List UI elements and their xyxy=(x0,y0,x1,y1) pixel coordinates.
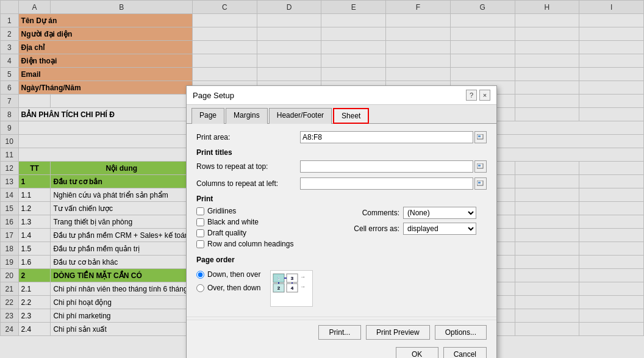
print-checkboxes: Gridlines Black and white Draft quality … xyxy=(196,207,338,251)
print-section: Gridlines Black and white Draft quality … xyxy=(196,207,487,251)
down-then-over-radio[interactable] xyxy=(196,271,204,279)
gridlines-checkbox[interactable] xyxy=(196,207,204,215)
comments-select[interactable]: (None) xyxy=(403,207,476,219)
dialog-footer-top: Print... Print Preview Options... xyxy=(187,320,496,347)
cell-errors-select[interactable]: displayed xyxy=(403,223,476,235)
rows-repeat-icon-btn[interactable] xyxy=(474,160,487,173)
print-right-options: Comments: (None) Cell errors as: display… xyxy=(338,207,487,251)
svg-text:3: 3 xyxy=(291,276,294,281)
dialog-divider xyxy=(187,317,496,317)
cols-repeat-input-group xyxy=(300,177,487,190)
tab-page[interactable]: Page xyxy=(191,108,224,124)
tab-header-footer[interactable]: Header/Footer xyxy=(269,108,332,124)
rows-repeat-input-group xyxy=(300,160,487,173)
comments-label: Comments: xyxy=(345,209,399,217)
dialog-body: Print area: Print titles Rows to repeat … xyxy=(187,124,496,314)
rows-repeat-row: Rows to repeat at top: xyxy=(196,160,487,173)
print-preview-button[interactable]: Print Preview xyxy=(366,325,430,340)
print-area-input-group xyxy=(300,131,487,143)
draft-quality-label: Draft quality xyxy=(207,229,246,237)
tab-margins[interactable]: Margins xyxy=(226,108,268,124)
comments-row: Comments: (None) xyxy=(345,207,487,219)
black-white-checkbox[interactable] xyxy=(196,218,204,226)
svg-text:→: → xyxy=(300,274,306,280)
row-col-headings-label: Row and column headings xyxy=(207,240,293,248)
over-then-down-radio[interactable] xyxy=(196,284,204,292)
svg-rect-1 xyxy=(478,135,481,137)
cols-repeat-icon-btn[interactable] xyxy=(474,177,487,190)
print-area-icon-btn[interactable] xyxy=(474,131,487,143)
draft-quality-checkbox[interactable] xyxy=(196,229,204,237)
page-order-illustration: 1 3 2 4 xyxy=(270,270,313,307)
close-button[interactable]: × xyxy=(479,90,490,101)
print-titles-label: Print titles xyxy=(196,148,487,157)
draft-quality-row: Draft quality xyxy=(196,229,338,237)
row-col-headings-row: Row and column headings xyxy=(196,240,338,248)
black-white-label: Black and white xyxy=(207,218,259,226)
page-order-radios: Down, then over Over, then down xyxy=(196,270,260,295)
down-then-over-row: Down, then over xyxy=(196,270,260,279)
help-button[interactable]: ? xyxy=(466,90,477,101)
cell-errors-label: Cell errors as: xyxy=(345,224,399,233)
row-col-headings-checkbox[interactable] xyxy=(196,240,204,248)
svg-text:→: → xyxy=(300,284,306,290)
ok-button[interactable]: OK xyxy=(396,347,438,358)
down-then-over-label: Down, then over xyxy=(207,270,260,279)
svg-rect-5 xyxy=(478,182,481,184)
dialog-tabs: Page Margins Header/Footer Sheet xyxy=(187,105,496,124)
dialog-footer-bottom: OK Cancel xyxy=(187,347,496,358)
print-section-label: Print xyxy=(196,195,487,203)
over-then-down-label: Over, then down xyxy=(207,284,260,292)
print-button[interactable]: Print... xyxy=(318,325,361,340)
print-area-label: Print area: xyxy=(196,133,300,141)
cols-repeat-label: Columns to repeat at left: xyxy=(196,179,300,188)
page-order-content: Down, then over Over, then down xyxy=(196,268,487,307)
cols-repeat-input[interactable] xyxy=(300,177,473,190)
svg-text:4: 4 xyxy=(291,285,294,291)
rows-repeat-input[interactable] xyxy=(300,160,473,173)
options-button[interactable]: Options... xyxy=(435,325,487,340)
page-order-label: Page order xyxy=(196,256,487,264)
dialog-title: Page Setup xyxy=(193,91,234,100)
dialog-titlebar: Page Setup ? × xyxy=(187,86,496,105)
gridlines-row: Gridlines xyxy=(196,207,338,215)
tab-sheet[interactable]: Sheet xyxy=(333,108,369,124)
dialog-controls: ? × xyxy=(466,90,490,101)
over-then-down-row: Over, then down xyxy=(196,284,260,292)
cancel-button[interactable]: Cancel xyxy=(443,347,487,358)
print-area-row: Print area: xyxy=(196,131,487,143)
cols-repeat-row: Columns to repeat at left: xyxy=(196,177,487,190)
svg-rect-3 xyxy=(478,165,481,166)
page-order-section: Page order Down, then over Over, then do… xyxy=(196,256,487,307)
dialog-overlay: Page Setup ? × Page Margins Header/Foote… xyxy=(0,0,644,358)
svg-text:1: 1 xyxy=(277,276,281,281)
rows-repeat-label: Rows to repeat at top: xyxy=(196,162,300,171)
black-white-row: Black and white xyxy=(196,218,338,226)
cell-errors-row: Cell errors as: displayed xyxy=(345,223,487,235)
gridlines-label: Gridlines xyxy=(207,207,236,215)
page-setup-dialog: Page Setup ? × Page Margins Header/Foote… xyxy=(186,85,497,358)
svg-text:2: 2 xyxy=(277,285,281,291)
print-area-input[interactable] xyxy=(300,131,473,143)
